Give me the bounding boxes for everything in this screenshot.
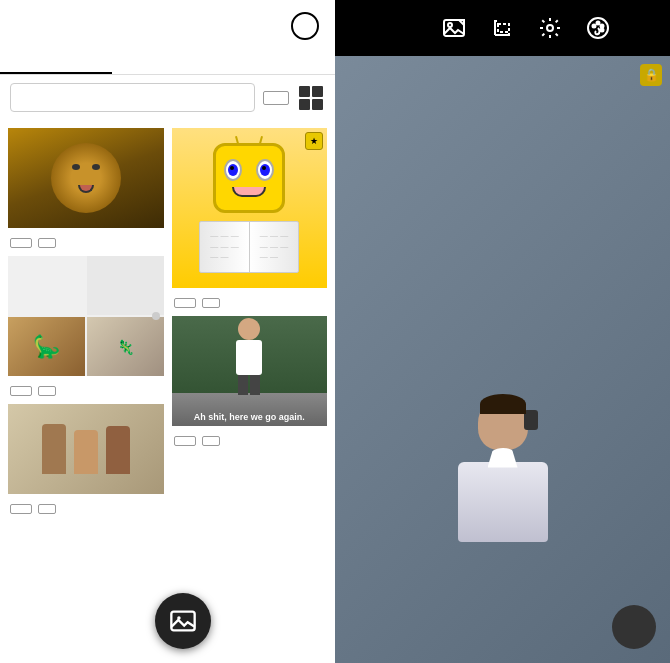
search-input[interactable] bbox=[10, 83, 255, 112]
lock-badge: 🔒 bbox=[640, 64, 662, 86]
svg-point-10 bbox=[593, 25, 596, 28]
view-memes-button[interactable] bbox=[202, 436, 220, 446]
view-memes-button[interactable] bbox=[38, 238, 56, 248]
template-info bbox=[8, 376, 164, 400]
save-button[interactable] bbox=[10, 386, 32, 396]
template-thumbnail[interactable] bbox=[8, 256, 164, 376]
save-button[interactable] bbox=[10, 504, 32, 514]
template-thumbnail[interactable]: ★ bbox=[172, 128, 328, 288]
template-column-2: ★ bbox=[168, 124, 332, 659]
svg-point-8 bbox=[547, 25, 553, 31]
svg-point-13 bbox=[601, 29, 604, 32]
template-column-1 bbox=[4, 124, 168, 659]
next-button[interactable] bbox=[612, 605, 656, 649]
tab-stickers[interactable] bbox=[223, 52, 335, 74]
grid-view-icon[interactable] bbox=[297, 84, 325, 112]
search-button[interactable] bbox=[263, 91, 289, 105]
preview-image: 🔒 bbox=[335, 56, 670, 663]
info-button[interactable] bbox=[291, 12, 319, 40]
list-item bbox=[8, 256, 164, 400]
toolbar bbox=[335, 0, 670, 56]
view-memes-button[interactable] bbox=[38, 504, 56, 514]
view-memes-button[interactable] bbox=[202, 298, 220, 308]
tab-templates[interactable] bbox=[0, 52, 112, 74]
template-info bbox=[172, 426, 328, 450]
image-icon bbox=[169, 607, 197, 635]
svg-point-12 bbox=[601, 25, 604, 28]
text-icon[interactable] bbox=[630, 12, 662, 44]
svg-rect-0 bbox=[171, 612, 194, 631]
list-item: Ah shit, here we go again. bbox=[172, 316, 328, 450]
template-actions bbox=[10, 504, 162, 514]
template-thumbnail[interactable] bbox=[8, 404, 164, 494]
tab-bar bbox=[0, 52, 335, 75]
template-badge bbox=[152, 312, 160, 320]
left-panel: ★ bbox=[0, 0, 335, 663]
template-actions bbox=[174, 298, 326, 308]
image-edit-icon[interactable] bbox=[438, 12, 470, 44]
save-button[interactable] bbox=[174, 298, 196, 308]
template-thumbnail[interactable] bbox=[8, 128, 164, 228]
template-info bbox=[172, 288, 328, 312]
svg-point-11 bbox=[597, 22, 600, 25]
close-button[interactable] bbox=[343, 12, 375, 44]
gta-text: Ah shit, here we go again. bbox=[172, 412, 328, 422]
add-image-button[interactable] bbox=[155, 593, 211, 649]
save-button[interactable] bbox=[10, 238, 32, 248]
list-item: ★ bbox=[172, 128, 328, 312]
preview-area: 🔒 bbox=[335, 56, 670, 663]
template-thumbnail[interactable]: Ah shit, here we go again. bbox=[172, 316, 328, 426]
settings-icon[interactable] bbox=[534, 12, 566, 44]
view-memes-button[interactable] bbox=[38, 386, 56, 396]
templates-grid: ★ bbox=[0, 120, 335, 663]
template-actions bbox=[10, 238, 162, 248]
right-panel: 🔒 bbox=[335, 0, 670, 663]
list-item bbox=[8, 404, 164, 518]
search-bar bbox=[0, 75, 335, 120]
svg-rect-7 bbox=[498, 24, 509, 32]
list-item bbox=[8, 128, 164, 252]
template-actions bbox=[174, 436, 326, 446]
template-actions bbox=[10, 386, 162, 396]
header bbox=[0, 0, 335, 52]
palette-icon[interactable] bbox=[582, 12, 614, 44]
tab-paid-templates[interactable] bbox=[112, 52, 224, 74]
crop-icon[interactable] bbox=[486, 12, 518, 44]
svg-point-3 bbox=[448, 23, 452, 27]
template-info bbox=[8, 228, 164, 252]
template-info bbox=[8, 494, 164, 518]
save-button[interactable] bbox=[174, 436, 196, 446]
premium-badge: ★ bbox=[305, 132, 323, 150]
